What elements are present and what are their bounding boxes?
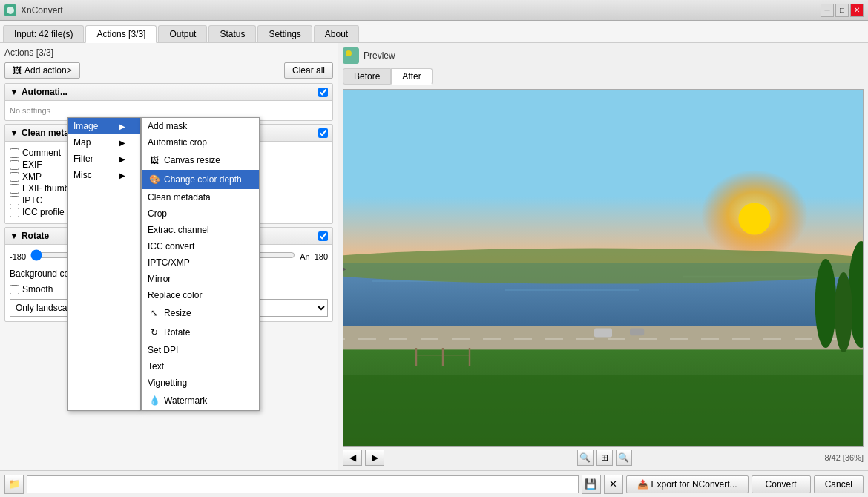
checkbox-exif-thumb-input[interactable] [10,184,19,194]
tab-about[interactable]: About [314,25,359,42]
svg-rect-14 [630,329,644,336]
menu-item-crop[interactable]: Crop [142,205,259,222]
svg-rect-19 [343,375,863,446]
path-input[interactable] [27,475,579,493]
menu-item-set-dpi[interactable]: Set DPI [142,342,259,358]
svg-point-10 [343,249,863,284]
cancel-button[interactable]: Cancel [814,475,864,493]
svg-point-18 [835,272,852,352]
menu-item-misc[interactable]: Misc ▶ [68,167,140,183]
panel-title: Actions [3/3] [4,47,333,58]
tab-settings[interactable]: Settings [257,25,312,42]
smooth-label: Smooth [22,284,53,294]
section-automati-header[interactable]: ▼ Automati... [5,84,332,101]
menu-item-filter[interactable]: Filter ▶ [68,151,140,167]
section-automati-title: Automati... [22,87,315,97]
checkbox-comment-input[interactable] [10,148,19,158]
checkbox-xmp-label: XMP [22,171,42,182]
submenu-arrow-map: ▶ [119,139,125,147]
convert-button[interactable]: Convert [752,475,811,493]
export-button[interactable]: 📤 Export for NConvert... [626,475,749,493]
menu-level1: Image ▶ Map ▶ Filter ▶ Misc ▶ [67,117,141,411]
submenu-arrow-misc: ▶ [119,171,125,180]
menu-level3: Add mask Automatic crop 🖼 Canvas resize … [141,117,260,411]
minimize-button[interactable]: ─ [821,4,834,17]
no-settings-label: No settings [10,106,50,115]
zoom-fit-button[interactable]: ⊞ [596,450,613,466]
rotate-min-val: -180 [10,252,26,261]
menu-item-automatic-crop[interactable]: Automatic crop [142,134,259,151]
menu-item-add-mask[interactable]: Add mask [142,118,259,134]
preview-info: 8/42 [36%] [824,453,864,462]
window-controls: ─ □ ✕ [821,4,864,17]
maximize-button[interactable]: □ [835,4,849,17]
checkbox-icc-input[interactable] [10,208,19,217]
submenu-arrow-image: ▶ [119,122,125,131]
menu-item-mirror[interactable]: Mirror [142,271,259,287]
add-file-button[interactable]: 📁 [4,475,24,494]
menu-item-resize[interactable]: ⤡ Resize [142,303,259,323]
preview-controls: ◀ ▶ 🔍 ⊞ 🔍 8/42 [36%] [343,450,864,466]
preview-prev-button[interactable]: ◀ [343,450,362,466]
preview-icon [343,47,359,64]
section-clean-checkbox[interactable] [318,128,328,138]
tab-output[interactable]: Output [158,25,207,42]
canvas-resize-icon: 🖼 [148,154,161,167]
tab-status[interactable]: Status [208,25,256,42]
menu-item-replace-color[interactable]: Replace color [142,287,259,303]
menu-item-iptc-xmp[interactable]: IPTC/XMP [142,254,259,271]
menu-item-image[interactable]: Image ▶ [68,118,140,134]
checkbox-iptc-input[interactable] [10,196,19,205]
add-icon: 🖼 [13,65,22,76]
zoom-out-button[interactable]: 🔍 [577,450,594,466]
preview-nav-expand[interactable]: ▶ [343,261,346,275]
main-tabbar: Input: 42 file(s) Actions [3/3] Output S… [0,21,868,43]
preview-image [343,90,863,446]
section-rotate-checkbox[interactable] [318,231,328,241]
resize-icon: ⤡ [148,306,161,320]
preview-navigation: ◀ ▶ [343,450,384,466]
section-rotate-remove[interactable]: — [305,231,315,241]
dropdown-overlay: Image ▶ Map ▶ Filter ▶ Misc ▶ [67,117,260,411]
section-clean-remove[interactable]: — [305,128,315,138]
preview-header: Preview [343,47,864,64]
tab-input[interactable]: Input: 42 file(s) [3,25,84,42]
preview-tab-before[interactable]: Before [343,68,391,85]
menu-item-icc-convert[interactable]: ICC convert [142,238,259,254]
save-button[interactable]: 💾 [582,475,601,494]
menu-item-canvas-resize[interactable]: 🖼 Canvas resize [142,151,259,170]
actions-toolbar: 🖼 Add action> Clear all [4,62,333,79]
preview-tab-after[interactable]: After [391,68,432,85]
add-action-button[interactable]: 🖼 Add action> [4,62,80,79]
menu-item-text[interactable]: Text [142,358,259,375]
menu-item-vignetting[interactable]: Vignetting [142,375,259,391]
menu-item-extract-channel[interactable]: Extract channel [142,222,259,238]
watermark-icon: 💧 [148,394,161,407]
menu-item-watermark[interactable]: 💧 Watermark [142,391,259,410]
rotate-icon: ↻ [148,326,161,339]
clear-all-button[interactable]: Clear all [284,62,333,79]
collapse-icon: ▼ [10,87,19,97]
export-icon: 📤 [637,479,648,490]
delete-button[interactable]: ✕ [604,475,623,494]
checkbox-exif-input[interactable] [10,160,19,170]
svg-point-2 [346,50,352,56]
menu-item-clean-metadata[interactable]: Clean metadata [142,189,259,205]
section-automati-checkbox[interactable] [318,88,328,97]
menu-item-map[interactable]: Map ▶ [68,134,140,151]
checkbox-xmp-input[interactable] [10,172,19,182]
preview-next-button[interactable]: ▶ [365,450,384,466]
menu-item-change-color-depth[interactable]: 🎨 Change color depth [142,170,259,189]
checkbox-icc-label: ICC profile [22,207,65,217]
app-icon [4,4,16,16]
close-button[interactable]: ✕ [850,4,864,17]
tab-actions[interactable]: Actions [3/3] [85,25,157,43]
preview-tabs: Before After [343,68,864,85]
menu-item-rotate[interactable]: ↻ Rotate [142,323,259,342]
smooth-checkbox[interactable] [10,285,19,294]
section-automati: ▼ Automati... No settings [4,83,333,121]
rotate-max-val: 180 [315,252,328,261]
titlebar: XnConvert ─ □ ✕ [0,0,868,21]
zoom-in-button[interactable]: 🔍 [616,450,632,466]
app-title: XnConvert [21,5,63,16]
